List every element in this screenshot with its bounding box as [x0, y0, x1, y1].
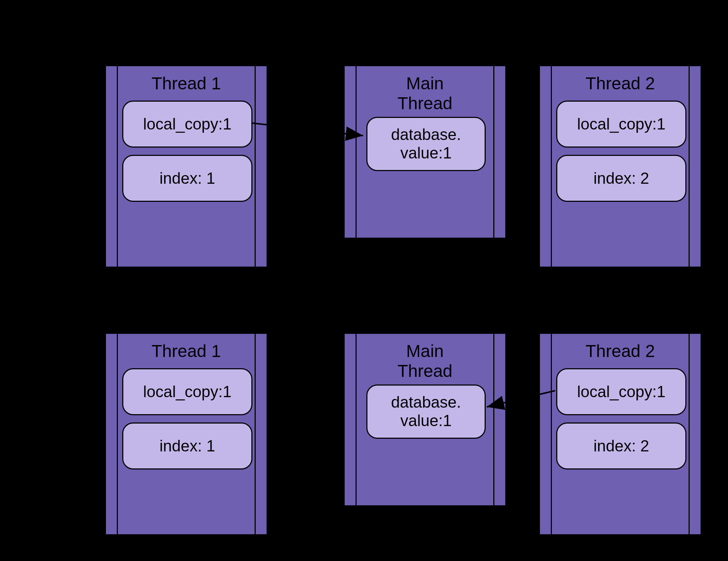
local-copy-cell: local_copy:1 — [556, 368, 686, 415]
index-cell: index: 2 — [556, 422, 686, 469]
thread-title: MainThread — [345, 73, 505, 113]
main-thread-box: MainThreaddatabase.value:1 — [344, 333, 506, 506]
thread-box: Thread 2local_copy:1index: 2 — [539, 65, 702, 268]
local-copy-cell: local_copy:1 — [122, 368, 252, 415]
thread-box: Thread 1local_copy:1index: 1 — [105, 65, 268, 268]
thread-title: Thread 1 — [106, 73, 267, 93]
database-value-cell: database.value:1 — [366, 117, 486, 171]
thread-title: MainThread — [345, 341, 505, 381]
thread-title: Thread 2 — [540, 73, 701, 93]
index-cell: index: 2 — [556, 155, 686, 202]
local-copy-cell: local_copy:1 — [556, 101, 686, 148]
index-cell: index: 1 — [122, 422, 252, 469]
thread-box: Thread 2local_copy:1index: 2 — [539, 333, 702, 535]
database-value-cell: database.value:1 — [366, 384, 486, 439]
local-copy-cell: local_copy:1 — [122, 101, 252, 148]
index-cell: index: 1 — [122, 155, 252, 202]
thread-title: Thread 2 — [540, 341, 701, 361]
thread-title: Thread 1 — [106, 341, 267, 361]
main-thread-box: MainThreaddatabase.value:1 — [344, 65, 506, 239]
thread-box: Thread 1local_copy:1index: 1 — [105, 333, 268, 535]
